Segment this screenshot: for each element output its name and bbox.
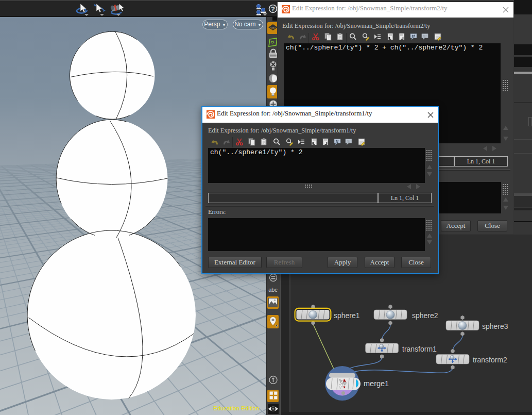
svg-text:sphere1: sphere1: [334, 311, 360, 320]
svg-text:sphere2: sphere2: [412, 311, 438, 320]
svg-text:sphere3: sphere3: [482, 322, 508, 330]
svg-text:transform2: transform2: [473, 356, 507, 364]
svg-text:transform1: transform1: [402, 345, 437, 353]
svg-text:?: ?: [271, 5, 275, 13]
svg-text:abc: abc: [268, 287, 278, 293]
svg-text:merge1: merge1: [364, 379, 389, 388]
